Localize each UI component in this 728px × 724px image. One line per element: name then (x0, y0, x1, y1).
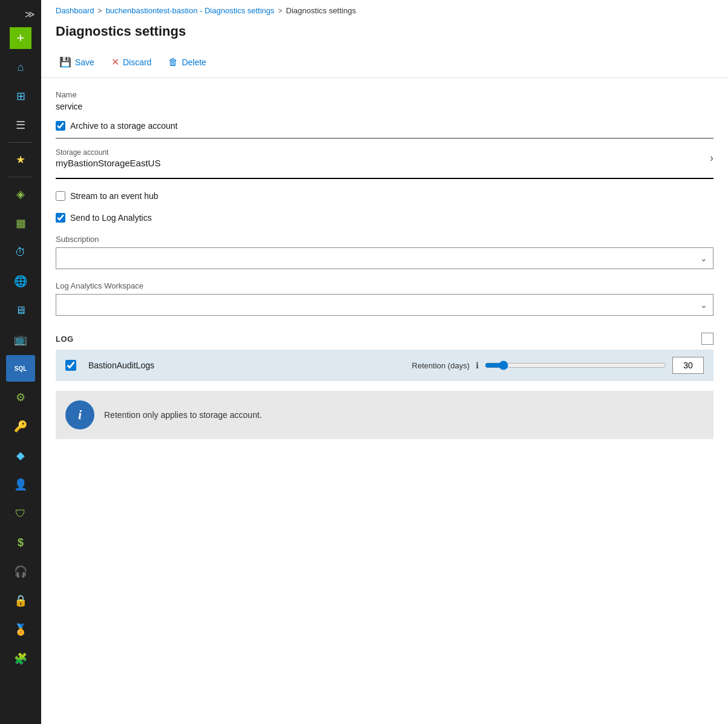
info-icon: i (78, 407, 82, 423)
name-field-section: Name service (56, 90, 713, 111)
retention-days-input[interactable] (672, 357, 704, 374)
page-header: Diagnostics settings (41, 19, 728, 49)
subscription-label: Subscription (56, 235, 713, 244)
breadcrumb-parent[interactable]: buchenbastiontest-bastion - Diagnostics … (106, 6, 275, 15)
retention-info-icon: ℹ (476, 360, 479, 370)
storage-account-value: myBastionStorageEastUS (56, 158, 160, 168)
save-button[interactable]: 💾 Save (56, 54, 98, 70)
sidebar-support-icon[interactable]: 🎧 (6, 558, 35, 585)
sidebar-resource-icon[interactable]: ◈ (6, 181, 35, 207)
log-section-header: LOG (56, 328, 713, 350)
sidebar-dollar-icon[interactable]: $ (6, 529, 35, 556)
form-content: Name service Archive to a storage accoun… (41, 78, 728, 724)
breadcrumb-sep-2: > (278, 7, 283, 15)
sidebar-settings-icon[interactable]: ⚙ (6, 384, 35, 411)
collapse-button[interactable]: ≫ (21, 5, 39, 24)
sidebar-clock-icon[interactable]: ⏱ (6, 239, 35, 266)
storage-account-chevron-icon: › (710, 152, 713, 165)
sidebar-grid-icon[interactable]: ▦ (6, 210, 35, 236)
log-analytics-checkbox[interactable] (56, 213, 65, 223)
log-select-all-checkbox[interactable] (701, 333, 713, 345)
sidebar-user-icon[interactable]: 👤 (6, 471, 35, 498)
toolbar: 💾 Save ✕ Discard 🗑 Delete (41, 49, 728, 78)
save-label: Save (75, 57, 94, 67)
info-box: i Retention only applies to storage acco… (56, 391, 713, 439)
info-box-text: Retention only applies to storage accoun… (104, 410, 262, 420)
main-content: Dashboard > buchenbastiontest-bastion - … (41, 0, 728, 724)
sidebar-home-icon[interactable]: ⌂ (6, 54, 35, 80)
sidebar-globe-icon[interactable]: 🌐 (6, 268, 35, 295)
delete-label: Delete (182, 57, 206, 67)
breadcrumb-sep-1: > (98, 7, 102, 15)
sidebar-badge-icon[interactable]: 🏅 (6, 616, 35, 643)
name-label: Name (56, 90, 713, 99)
log-analytics-workspace-section: Log Analytics Workspace ⌄ (56, 281, 713, 316)
sidebar-favorites-icon[interactable]: ★ (6, 146, 35, 173)
sidebar-divider-1 (8, 142, 33, 143)
page-title: Diagnostics settings (56, 24, 713, 39)
archive-checkbox[interactable] (56, 121, 65, 131)
sidebar-menu-icon[interactable]: ☰ (6, 112, 35, 139)
bastion-audit-logs-checkbox[interactable] (65, 360, 76, 371)
delete-icon: 🗑 (168, 57, 178, 68)
subscription-section: Subscription ⌄ (56, 235, 713, 269)
retention-slider-wrapper (485, 360, 666, 370)
storage-account-label: Storage account (56, 148, 160, 157)
archive-checkbox-row: Archive to a storage account (56, 121, 713, 131)
log-analytics-workspace-label: Log Analytics Workspace (56, 281, 713, 290)
sidebar-dashboard-icon[interactable]: ⊞ (6, 83, 35, 109)
sidebar-devops-icon[interactable]: ◆ (6, 442, 35, 469)
log-analytics-checkbox-row: Send to Log Analytics (56, 213, 713, 223)
discard-label: Discard (123, 57, 151, 67)
breadcrumb-dashboard[interactable]: Dashboard (56, 6, 94, 15)
sidebar-sql-icon[interactable]: SQL (6, 355, 35, 382)
sidebar-shield-icon[interactable]: 🛡 (6, 500, 35, 527)
bastion-audit-logs-label: BastionAuditLogs (88, 360, 185, 370)
sidebar: ≫ + ⌂ ⊞ ☰ ★ ◈ ▦ ⏱ 🌐 🖥 📺 SQL ⚙ 🔑 ◆ 👤 🛡 $ … (0, 0, 41, 724)
log-analytics-checkbox-label[interactable]: Send to Log Analytics (70, 213, 152, 223)
sidebar-monitor-icon[interactable]: 🖥 (6, 297, 35, 324)
save-icon: 💾 (59, 56, 71, 68)
breadcrumb-current: Diagnostics settings (286, 6, 356, 15)
workspace-dropdown[interactable] (56, 294, 713, 316)
discard-icon: ✕ (111, 56, 119, 68)
sidebar-screen-icon[interactable]: 📺 (6, 326, 35, 353)
event-hub-checkbox-label[interactable]: Stream to an event hub (70, 191, 159, 201)
discard-button[interactable]: ✕ Discard (108, 54, 155, 70)
delete-button[interactable]: 🗑 Delete (165, 54, 209, 70)
breadcrumb: Dashboard > buchenbastiontest-bastion - … (41, 0, 728, 19)
sidebar-lock-icon[interactable]: 🔒 (6, 587, 35, 614)
retention-slider[interactable] (485, 360, 666, 370)
bastion-audit-logs-row: BastionAuditLogs Retention (days) ℹ (56, 350, 713, 381)
log-section-title: LOG (56, 334, 74, 344)
subscription-dropdown[interactable] (56, 247, 713, 269)
retention-label: Retention (days) (412, 361, 470, 370)
archive-checkbox-label[interactable]: Archive to a storage account (70, 121, 177, 131)
storage-account-info: Storage account myBastionStorageEastUS (56, 148, 160, 168)
sidebar-divider-2 (8, 177, 33, 177)
name-value: service (56, 102, 713, 111)
workspace-dropdown-wrapper: ⌄ (56, 294, 713, 316)
storage-account-section: Storage account myBastionStorageEastUS › (56, 148, 713, 179)
event-hub-checkbox[interactable] (56, 191, 65, 201)
sidebar-bottom-icon[interactable]: 🧩 (6, 645, 35, 672)
event-hub-checkbox-row: Stream to an event hub (56, 191, 713, 201)
storage-divider-top (56, 138, 713, 139)
sidebar-key-icon[interactable]: 🔑 (6, 413, 35, 440)
add-resource-button[interactable]: + (10, 27, 31, 49)
storage-account-row[interactable]: Storage account myBastionStorageEastUS › (56, 148, 713, 168)
log-section: LOG BastionAuditLogs Retention (days) ℹ (56, 328, 713, 381)
info-icon-circle: i (65, 400, 94, 429)
retention-section: Retention (days) ℹ (197, 357, 704, 374)
subscription-dropdown-wrapper: ⌄ (56, 247, 713, 269)
